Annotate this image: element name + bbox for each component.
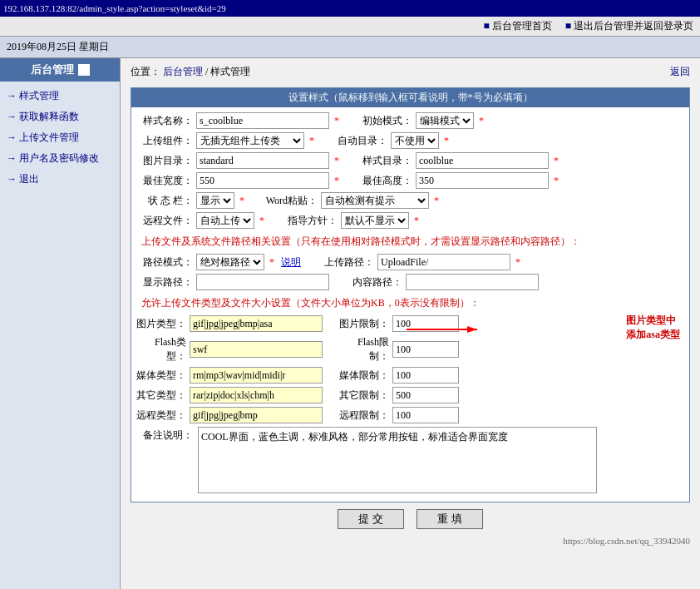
style-dir-required: * [554, 155, 559, 167]
row-path-mode-upload: 路径模式： 绝对根路径 * 说明 上传路径： * [136, 254, 684, 270]
sidebar-item-style[interactable]: 样式管理 [0, 86, 120, 106]
upload-path-label: 上传路径： [318, 255, 374, 270]
half-word-paste: Word粘贴： 自动检测有提示 * [261, 192, 439, 209]
title-bar-text: 192.168.137.128:82/admin_style.asp?actio… [3, 3, 226, 13]
breadcrumb: 位置： 后台管理 / 样式管理 [131, 65, 690, 79]
half-upload-path: 上传路径： * [318, 254, 520, 270]
direction-required: * [414, 215, 419, 227]
media-type-label: 媒体类型： [136, 369, 186, 383]
remote-limit-input[interactable] [392, 407, 459, 423]
init-mode-select[interactable]: 编辑模式 [416, 112, 474, 129]
status-bar-label: 状 态 栏： [136, 194, 193, 208]
init-mode-required: * [479, 115, 484, 127]
row-width-height: 最佳宽度： * 最佳高度： * [136, 172, 684, 189]
home-icon: ■ [484, 20, 492, 32]
note-section: 备注说明： COOL界面，蓝色主调，标准风格，部分常用按钮，标准适合界面宽度 [136, 427, 684, 493]
init-mode-label: 初始模式： [356, 114, 412, 128]
image-type-input[interactable] [190, 315, 323, 332]
image-type-label: 图片类型： [136, 317, 186, 331]
row-media-type: 媒体类型： 媒体限制： [136, 367, 684, 384]
note-textarea[interactable]: COOL界面，蓝色主调，标准风格，部分常用按钮，标准适合界面宽度 [198, 427, 597, 493]
style-dir-label: 样式目录： [356, 154, 412, 168]
half-upload-component: 上传组件： 无插无组件上传类 * [136, 132, 314, 149]
row-remote-type: 远程类型： 远程限制： [136, 407, 684, 423]
auto-dir-label: 自动目录： [331, 134, 387, 148]
max-width-label: 最佳宽度： [136, 174, 193, 188]
form-section: 设置样式（鼠标移到输入框可看说明，带*号为必填项） 样式名称： * 初始模式： … [131, 87, 690, 502]
sidebar-item-logout[interactable]: 退出 [0, 169, 120, 190]
other-limit-label: 其它限制： [339, 389, 389, 403]
word-paste-select[interactable]: 自动检测有提示 [321, 192, 429, 209]
back-link[interactable]: 返回 [670, 65, 690, 79]
style-name-input[interactable] [196, 112, 329, 129]
flash-type-input[interactable] [190, 341, 323, 358]
path-mode-select[interactable]: 绝对根路径 [196, 254, 264, 270]
image-dir-required: * [334, 155, 339, 167]
sidebar-header: 后台管理 [0, 58, 120, 82]
half-other-limit: 其它限制： [339, 387, 459, 403]
remote-file-required: * [259, 215, 264, 227]
btn-row: 提 交 重 填 [131, 509, 690, 529]
row-display-content-path: 显示路径： 内容路径： [136, 274, 684, 290]
content-path-label: 内容路径： [346, 275, 402, 290]
remote-file-label: 远程文件： [136, 214, 193, 228]
remote-type-label: 远程类型： [136, 408, 186, 423]
display-path-input[interactable] [196, 274, 329, 290]
status-bar-select[interactable]: 显示 [196, 192, 234, 209]
flash-limit-label: Flash限制： [339, 335, 389, 364]
style-dir-input[interactable] [416, 152, 549, 169]
main-layout: 后台管理 样式管理 获取解释函数 上传文件管理 用户名及密码修改 退出 返回 [0, 58, 700, 589]
word-paste-label: Word粘贴： [261, 194, 318, 208]
remote-type-input[interactable] [190, 407, 323, 423]
word-paste-required: * [434, 195, 439, 207]
sidebar-item-user[interactable]: 用户名及密码修改 [0, 148, 120, 169]
half-image-type: 图片类型： [136, 315, 323, 332]
flash-type-label: Flash类型： [136, 335, 186, 364]
max-height-input[interactable] [416, 172, 549, 189]
max-height-label: 最佳高度： [356, 174, 412, 188]
row-upload-autodir: 上传组件： 无插无组件上传类 * 自动目录： 不使用 * [136, 132, 684, 149]
content-path-input[interactable] [406, 274, 539, 290]
sidebar-item-upload[interactable]: 上传文件管理 [0, 127, 120, 148]
direction-select[interactable]: 默认不显示 [341, 212, 409, 229]
image-limit-label: 图片限制： [339, 317, 389, 331]
breadcrumb-row: 返回 位置： 后台管理 / 样式管理 [131, 65, 690, 84]
media-limit-label: 媒体限制： [339, 369, 389, 383]
annotation-line1: 图片类型中 [626, 314, 676, 328]
half-path-mode: 路径模式： 绝对根路径 * 说明 [136, 254, 301, 270]
half-style-dir: 样式目录： * [356, 152, 559, 169]
max-width-input[interactable] [196, 172, 329, 189]
half-remote-file: 远程文件： 自动上传 * [136, 212, 264, 229]
explain-link[interactable]: 说明 [281, 255, 301, 270]
direction-label: 指导方针： [281, 214, 338, 228]
upload-component-select[interactable]: 无插无组件上传类 [196, 132, 304, 149]
media-type-input[interactable] [190, 367, 323, 384]
breadcrumb-parent[interactable]: 后台管理 [163, 66, 203, 77]
half-max-width: 最佳宽度： * [136, 172, 339, 189]
nav-logout-link[interactable]: ■ 退出后台管理并返回登录页 [565, 19, 693, 33]
style-name-required: * [334, 115, 339, 127]
sidebar-item-functions[interactable]: 获取解释函数 [0, 106, 120, 127]
remote-file-select[interactable]: 自动上传 [196, 212, 254, 229]
image-dir-input[interactable] [196, 152, 329, 169]
half-media-type: 媒体类型： [136, 367, 323, 384]
submit-button[interactable]: 提 交 [338, 509, 404, 529]
half-image-dir: 图片目录： * [136, 152, 339, 169]
half-display-path: 显示路径： [136, 274, 329, 290]
auto-dir-select[interactable]: 不使用 [391, 132, 439, 149]
media-limit-input[interactable] [392, 367, 459, 384]
path-mode-required: * [269, 256, 274, 269]
red-arrow [402, 317, 486, 342]
sidebar-title: 后台管理 [31, 62, 74, 77]
upload-path-input[interactable] [377, 254, 510, 270]
upload-component-label: 上传组件： [136, 134, 193, 148]
other-type-input[interactable] [190, 387, 323, 403]
reset-button[interactable]: 重 填 [417, 509, 483, 529]
logout-icon: ■ [565, 20, 574, 32]
half-direction: 指导方针： 默认不显示 * [281, 212, 419, 229]
other-limit-input[interactable] [392, 387, 459, 403]
flash-limit-input[interactable] [392, 341, 459, 358]
nav-home-link[interactable]: ■ 后台管理首页 [484, 19, 552, 33]
image-dir-label: 图片目录： [136, 154, 193, 168]
row-style-init: 样式名称： * 初始模式： 编辑模式 * [136, 112, 684, 129]
